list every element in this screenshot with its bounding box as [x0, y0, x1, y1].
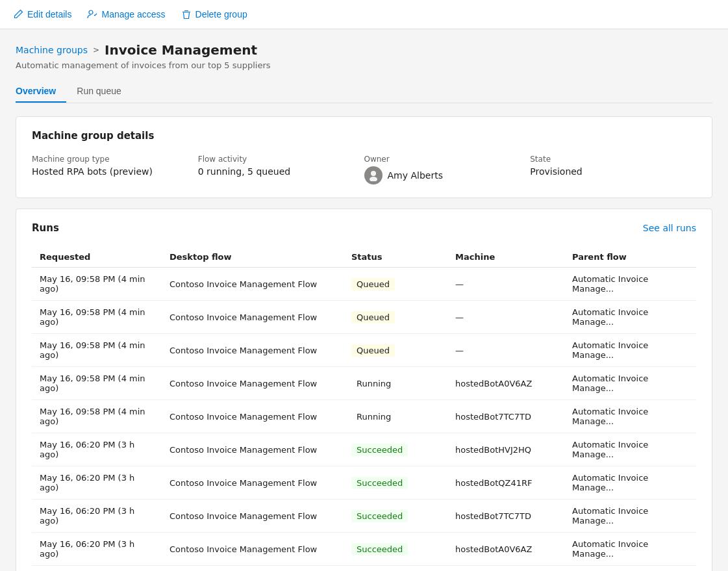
cell-status: Succeeded: [344, 533, 447, 566]
cell-machine: —: [447, 334, 564, 367]
status-badge: Queued: [351, 344, 395, 357]
runs-title: Runs: [32, 222, 59, 234]
col-header-parent-flow: Parent flow: [564, 247, 696, 268]
svg-point-4: [370, 177, 377, 181]
cell-requested: May 16, 06:20 PM (3 h ago): [32, 433, 162, 466]
status-badge: Succeeded: [351, 477, 408, 489]
avatar: [364, 166, 383, 184]
edit-details-button[interactable]: Edit details: [13, 6, 71, 22]
cell-machine: hostedBot7TC7TD: [447, 500, 564, 533]
cell-machine: —: [447, 268, 564, 301]
cell-desktop-flow: Contoso Invoice Management Flow: [162, 268, 344, 301]
state-label: State: [530, 155, 696, 164]
manage-icon: [87, 9, 97, 19]
edit-details-label: Edit details: [27, 9, 71, 19]
cell-parent-flow: Automatic Invoice Manage...: [564, 466, 696, 500]
cell-parent-flow: Automatic Invoice Manage...: [564, 566, 696, 572]
page-subtitle: Automatic management of invoices from ou…: [16, 60, 712, 70]
cell-desktop-flow: Contoso Invoice Management Flow: [162, 500, 344, 533]
cell-desktop-flow: Contoso Invoice Management Flow: [162, 301, 344, 334]
cell-machine: hostedBotHVJ2HQ: [447, 433, 564, 466]
cell-requested: May 16, 09:58 PM (4 min ago): [32, 400, 162, 433]
status-badge: Queued: [351, 278, 395, 290]
status-badge: Running: [351, 377, 396, 390]
status-badge: Running: [351, 411, 396, 423]
cell-requested: May 16, 09:58 PM (4 min ago): [32, 334, 162, 367]
cell-status: Succeeded: [344, 433, 447, 466]
table-header: Requested Desktop flow Status Machine Pa…: [32, 247, 696, 268]
table-row[interactable]: May 16, 09:58 PM (4 min ago) Contoso Inv…: [32, 268, 696, 301]
cell-machine: hostedBot7TC7TD: [447, 400, 564, 433]
table-body: May 16, 09:58 PM (4 min ago) Contoso Inv…: [32, 268, 696, 572]
machine-group-details-card: Machine group details Machine group type…: [16, 116, 712, 198]
cell-status: Queued: [344, 301, 447, 334]
owner-value: Amy Alberts: [388, 170, 443, 181]
cell-requested: May 16, 06:20 PM (3 h ago): [32, 500, 162, 533]
tab-overview[interactable]: Overview: [16, 81, 66, 103]
table-row[interactable]: May 16, 06:20 PM (3 h ago) Contoso Invoi…: [32, 533, 696, 566]
type-label: Machine group type: [32, 155, 198, 164]
cell-machine: —: [447, 301, 564, 334]
card-title: Machine group details: [32, 130, 696, 142]
cell-parent-flow: Automatic Invoice Manage...: [564, 433, 696, 466]
svg-point-3: [371, 171, 376, 176]
col-header-machine: Machine: [447, 247, 564, 268]
delete-group-label: Delete group: [195, 9, 247, 19]
state-value: Provisioned: [530, 166, 696, 177]
table-row[interactable]: May 16, 06:20 PM (3 h ago) Contoso Invoi…: [32, 566, 696, 572]
cell-requested: May 16, 06:20 PM (3 h ago): [32, 466, 162, 500]
svg-point-0: [89, 10, 93, 14]
cell-desktop-flow: Contoso Invoice Management Flow: [162, 466, 344, 500]
cell-requested: May 16, 09:58 PM (4 min ago): [32, 367, 162, 400]
edit-icon: [13, 9, 23, 19]
cell-requested: May 16, 09:58 PM (4 min ago): [32, 268, 162, 301]
cell-parent-flow: Automatic Invoice Manage...: [564, 400, 696, 433]
cell-status: Running: [344, 400, 447, 433]
cell-status: Succeeded: [344, 500, 447, 533]
cell-desktop-flow: Contoso Invoice Management Flow: [162, 334, 344, 367]
page-content: Machine groups > Invoice Management Auto…: [0, 29, 728, 571]
cell-machine: hostedBot7TC7TD: [447, 566, 564, 572]
cell-desktop-flow: Contoso Invoice Management Flow: [162, 367, 344, 400]
table-row[interactable]: May 16, 06:20 PM (3 h ago) Contoso Invoi…: [32, 500, 696, 533]
table-row[interactable]: May 16, 09:58 PM (4 min ago) Contoso Inv…: [32, 367, 696, 400]
details-grid: Machine group type Hosted RPA bots (prev…: [32, 155, 696, 184]
cell-machine: hostedBotQZ41RF: [447, 466, 564, 500]
col-header-desktop-flow: Desktop flow: [162, 247, 344, 268]
manage-access-button[interactable]: Manage access: [87, 6, 165, 22]
cell-parent-flow: Automatic Invoice Manage...: [564, 367, 696, 400]
col-header-requested: Requested: [32, 247, 162, 268]
detail-state: State Provisioned: [530, 155, 696, 184]
detail-type: Machine group type Hosted RPA bots (prev…: [32, 155, 198, 184]
cell-parent-flow: Automatic Invoice Manage...: [564, 334, 696, 367]
cell-desktop-flow: Contoso Invoice Management Flow: [162, 566, 344, 572]
status-badge: Queued: [351, 311, 395, 324]
runs-table: Requested Desktop flow Status Machine Pa…: [32, 247, 696, 571]
delete-icon: [181, 9, 192, 19]
tab-run-queue[interactable]: Run queue: [66, 81, 132, 103]
status-badge: Succeeded: [351, 543, 408, 555]
table-row[interactable]: May 16, 06:20 PM (3 h ago) Contoso Invoi…: [32, 433, 696, 466]
status-badge: Succeeded: [351, 444, 408, 456]
svg-rect-1: [182, 12, 190, 12]
owner-row: Amy Alberts: [364, 166, 531, 184]
breadcrumb-parent-link[interactable]: Machine groups: [16, 45, 88, 55]
cell-status: Running: [344, 367, 447, 400]
detail-flow-activity: Flow activity 0 running, 5 queued: [198, 155, 364, 184]
breadcrumb-current: Invoice Management: [105, 42, 257, 58]
status-badge: Succeeded: [351, 510, 408, 522]
cell-desktop-flow: Contoso Invoice Management Flow: [162, 533, 344, 566]
table-row[interactable]: May 16, 06:20 PM (3 h ago) Contoso Invoi…: [32, 466, 696, 500]
table-row[interactable]: May 16, 09:58 PM (4 min ago) Contoso Inv…: [32, 334, 696, 367]
delete-group-button[interactable]: Delete group: [181, 6, 247, 22]
flow-activity-value: 0 running, 5 queued: [198, 166, 364, 177]
table-row[interactable]: May 16, 09:58 PM (4 min ago) Contoso Inv…: [32, 301, 696, 334]
breadcrumb: Machine groups > Invoice Management: [16, 42, 712, 58]
cell-requested: May 16, 06:20 PM (3 h ago): [32, 533, 162, 566]
runs-card: Runs See all runs Requested Desktop flow…: [16, 209, 712, 571]
table-row[interactable]: May 16, 09:58 PM (4 min ago) Contoso Inv…: [32, 400, 696, 433]
see-all-runs-link[interactable]: See all runs: [643, 223, 696, 233]
cell-requested: May 16, 06:20 PM (3 h ago): [32, 566, 162, 572]
cell-status: Succeeded: [344, 466, 447, 500]
manage-access-label: Manage access: [101, 9, 165, 19]
